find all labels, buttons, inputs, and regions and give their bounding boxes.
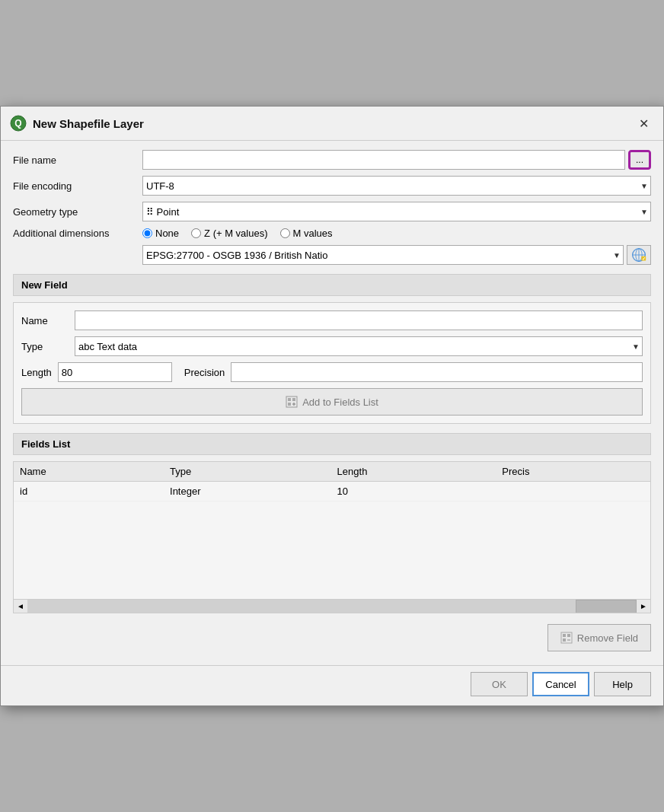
file-encoding-select-wrapper: UTF-8 UTF-16 ISO-8859-1 ASCII ▼ bbox=[142, 176, 651, 196]
geometry-type-input-area: ⠿ Point Line Polygon ▼ bbox=[142, 202, 651, 221]
remove-field-icon bbox=[560, 632, 573, 644]
geometry-type-select-wrapper: ⠿ Point Line Polygon ▼ bbox=[142, 202, 651, 221]
geometry-type-label: Geometry type bbox=[13, 206, 142, 218]
crs-select[interactable]: EPSG:27700 - OSGB 1936 / British Natio E… bbox=[142, 245, 624, 265]
new-field-section: Name Type abc Text data Whole number Dec… bbox=[13, 302, 651, 424]
field-length-label: Length bbox=[21, 367, 52, 378]
svg-rect-16 bbox=[567, 634, 570, 637]
globe-icon: ✓ bbox=[631, 247, 646, 263]
remove-field-row: Remove Field bbox=[13, 619, 651, 656]
col-type-header: Type bbox=[164, 462, 331, 482]
new-shapefile-dialog: Q New Shapefile Layer ✕ File name ... Fi… bbox=[0, 106, 664, 706]
scroll-left-button[interactable]: ◄ bbox=[14, 600, 27, 613]
file-encoding-label: File encoding bbox=[13, 180, 142, 192]
dimensions-radio-group: None Z (+ M values) M values bbox=[142, 228, 333, 239]
table-row[interactable]: id Integer 10 bbox=[14, 482, 650, 502]
field-type-label: Type bbox=[21, 341, 75, 352]
field-length-precision-row: Length Precision bbox=[21, 362, 643, 382]
add-to-fields-list-button[interactable]: Add to Fields List bbox=[21, 388, 643, 416]
new-field-section-header: New Field bbox=[13, 274, 651, 296]
field-id-length-cell: 10 bbox=[331, 482, 496, 502]
cancel-button[interactable]: Cancel bbox=[532, 672, 589, 696]
field-precision-input[interactable] bbox=[231, 362, 643, 382]
dim-none-radio[interactable] bbox=[142, 228, 152, 238]
dim-z-radio-item[interactable]: Z (+ M values) bbox=[191, 228, 267, 239]
dim-z-label: Z (+ M values) bbox=[204, 228, 267, 239]
dim-m-label: M values bbox=[293, 228, 333, 239]
svg-rect-9 bbox=[288, 398, 291, 401]
fields-table-container: Name Type Length Precis id Integer 10 bbox=[14, 462, 650, 613]
scroll-thumb[interactable] bbox=[576, 600, 637, 613]
field-id-precision-cell bbox=[496, 482, 650, 502]
file-name-input-area: ... bbox=[142, 150, 651, 170]
svg-rect-17 bbox=[563, 638, 566, 642]
title-bar: Q New Shapefile Layer ✕ bbox=[1, 107, 663, 141]
file-name-label: File name bbox=[13, 154, 142, 166]
svg-text:✓: ✓ bbox=[642, 256, 646, 261]
geometry-type-select[interactable]: ⠿ Point Line Polygon bbox=[142, 202, 651, 221]
bottom-buttons: OK Cancel Help bbox=[1, 665, 663, 705]
file-name-row: File name ... bbox=[13, 150, 651, 170]
col-name-header: Name bbox=[14, 462, 164, 482]
field-length-input[interactable] bbox=[58, 362, 172, 382]
additional-dimensions-input-area: None Z (+ M values) M values bbox=[142, 228, 651, 239]
field-name-row: Name bbox=[21, 310, 643, 330]
field-name-label: Name bbox=[21, 315, 75, 326]
fields-table: Name Type Length Precis id Integer 10 bbox=[14, 462, 650, 502]
horizontal-scrollbar[interactable]: ◄ ► bbox=[14, 599, 650, 613]
field-type-select[interactable]: abc Text data Whole number Decimal numbe… bbox=[75, 336, 643, 356]
field-id-name-cell: id bbox=[14, 482, 164, 502]
col-precision-header: Precis bbox=[496, 462, 650, 482]
fields-list-section: Name Type Length Precis id Integer 10 bbox=[13, 461, 651, 613]
geometry-type-row: Geometry type ⠿ Point Line Polygon ▼ bbox=[13, 202, 651, 221]
additional-dimensions-row: Additional dimensions None Z (+ M values… bbox=[13, 228, 651, 239]
add-fields-icon bbox=[286, 396, 298, 408]
dim-m-radio-item[interactable]: M values bbox=[280, 228, 333, 239]
remove-field-label: Remove Field bbox=[577, 632, 638, 644]
dialog-content: File name ... File encoding UTF-8 UTF-16… bbox=[1, 141, 663, 665]
dim-z-radio[interactable] bbox=[191, 228, 201, 238]
svg-text:Q: Q bbox=[14, 118, 21, 129]
qgis-logo-icon: Q bbox=[10, 115, 27, 132]
fields-table-scroll-area[interactable]: Name Type Length Precis id Integer 10 bbox=[14, 462, 650, 599]
dim-m-radio[interactable] bbox=[280, 228, 290, 238]
dim-none-label: None bbox=[155, 228, 179, 239]
file-encoding-row: File encoding UTF-8 UTF-16 ISO-8859-1 AS… bbox=[13, 176, 651, 196]
crs-row: EPSG:27700 - OSGB 1936 / British Natio E… bbox=[13, 245, 651, 265]
file-name-input[interactable] bbox=[142, 150, 625, 170]
svg-rect-15 bbox=[563, 634, 566, 637]
scroll-right-button[interactable]: ► bbox=[637, 600, 650, 613]
help-button[interactable]: Help bbox=[594, 672, 651, 696]
scroll-track[interactable] bbox=[27, 600, 637, 613]
additional-dimensions-label: Additional dimensions bbox=[13, 228, 142, 239]
svg-rect-11 bbox=[288, 403, 291, 406]
field-id-type-cell: Integer bbox=[164, 482, 331, 502]
crs-globe-button[interactable]: ✓ bbox=[627, 245, 651, 265]
field-type-select-wrapper: abc Text data Whole number Decimal numbe… bbox=[75, 336, 643, 356]
dim-none-radio-item[interactable]: None bbox=[142, 228, 179, 239]
remove-field-button[interactable]: Remove Field bbox=[547, 624, 651, 651]
field-name-input[interactable] bbox=[75, 310, 643, 330]
svg-rect-10 bbox=[292, 398, 295, 401]
fields-list-section-header: Fields List bbox=[13, 433, 651, 455]
crs-select-wrapper: EPSG:27700 - OSGB 1936 / British Natio E… bbox=[142, 245, 624, 265]
file-encoding-select[interactable]: UTF-8 UTF-16 ISO-8859-1 ASCII bbox=[142, 176, 651, 196]
close-button[interactable]: ✕ bbox=[633, 113, 654, 134]
col-length-header: Length bbox=[331, 462, 496, 482]
browse-button[interactable]: ... bbox=[628, 150, 651, 170]
file-encoding-input-area: UTF-8 UTF-16 ISO-8859-1 ASCII ▼ bbox=[142, 176, 651, 196]
field-type-row: Type abc Text data Whole number Decimal … bbox=[21, 336, 643, 356]
table-header-row: Name Type Length Precis bbox=[14, 462, 650, 482]
field-precision-label: Precision bbox=[184, 367, 225, 378]
dialog-title: New Shapefile Layer bbox=[33, 117, 627, 130]
ok-button[interactable]: OK bbox=[471, 672, 528, 696]
add-fields-label: Add to Fields List bbox=[302, 396, 378, 408]
